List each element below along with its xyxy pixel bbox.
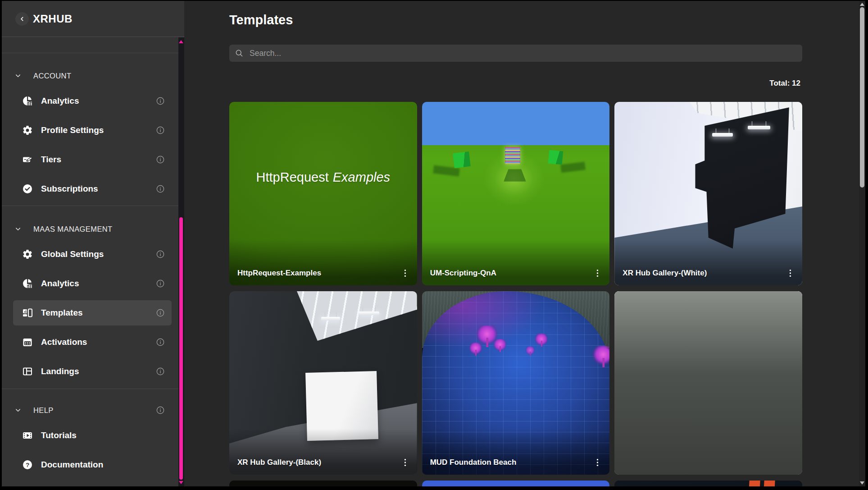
- card-menu-button[interactable]: [401, 457, 410, 468]
- card-label-bar: XR Hub Gallery-(White): [614, 261, 802, 285]
- template-name: MUD Foundation Beach: [430, 458, 517, 467]
- sidebar-item-tiers[interactable]: Tiers: [2, 147, 178, 172]
- question-circle-icon: ?: [22, 459, 33, 470]
- card-edit-icon: [22, 154, 33, 165]
- template-card-httprequest-examples[interactable]: HttpRequestExamplesHttpRequest-Examples: [229, 102, 417, 285]
- scroll-up-arrow[interactable]: [860, 3, 864, 6]
- sidebar-scrollbar[interactable]: [178, 37, 184, 486]
- template-thumbnail: [422, 481, 610, 486]
- video-icon: [22, 430, 33, 441]
- layout-icon: [22, 366, 33, 377]
- sidebar-item-activations[interactable]: Activations: [2, 330, 178, 355]
- page-scrollbar-thumb[interactable]: [860, 7, 864, 188]
- calendar-icon: [22, 337, 33, 348]
- total-count: Total: 12: [769, 79, 800, 88]
- scene-layer: [592, 346, 609, 367]
- divider: [2, 206, 178, 206]
- kebab-icon: [401, 457, 410, 468]
- kebab-icon: [786, 267, 795, 279]
- thumbnail-title: HttpRequestExamples: [229, 169, 417, 184]
- main-content: Templates Total: 12 HttpRequestExamplesH…: [184, 1, 865, 486]
- info-button[interactable]: [156, 155, 165, 164]
- info-icon: [156, 96, 165, 105]
- chevron-left-icon: [18, 15, 26, 23]
- card-menu-button[interactable]: [593, 457, 602, 468]
- template-card-xr-hub-gallery-black[interactable]: XR Hub Gallery-(Black): [229, 291, 417, 475]
- scroll-down-arrow[interactable]: [179, 481, 183, 484]
- template-thumbnail: [614, 291, 802, 475]
- search-bar[interactable]: [229, 45, 802, 62]
- divider: [2, 53, 178, 53]
- info-icon: [156, 308, 165, 317]
- scene-layer: [525, 347, 535, 356]
- info-button[interactable]: [156, 250, 165, 259]
- info-button[interactable]: [156, 279, 165, 288]
- search-icon: [235, 49, 244, 58]
- template-card-partial[interactable]: [614, 481, 802, 486]
- search-input[interactable]: [249, 48, 797, 59]
- section-label: HELP: [33, 406, 54, 415]
- info-button[interactable]: [156, 96, 165, 105]
- app-title: XRHUB: [33, 13, 73, 25]
- scene-layer: [614, 291, 802, 475]
- template-grid: HttpRequestExamplesHttpRequest-ExamplesU…: [229, 102, 802, 486]
- info-button[interactable]: [156, 338, 165, 347]
- kebab-icon: [593, 267, 602, 279]
- scroll-up-arrow[interactable]: [179, 40, 183, 43]
- kebab-icon: [401, 267, 410, 279]
- template-card-mud-foundation-beach[interactable]: MUD Foundation Beach: [422, 291, 610, 475]
- scene-layer: [422, 102, 610, 145]
- page-title: Templates: [229, 13, 293, 27]
- template-thumbnail: [614, 481, 802, 486]
- card-label-bar: HttpRequest-Examples: [229, 261, 417, 285]
- section-header-help[interactable]: HELP: [2, 398, 178, 423]
- section-label: ACCOUNT: [33, 72, 71, 80]
- sidebar-item-analytics[interactable]: Analytics: [2, 271, 178, 296]
- sidebar-item-label: Tiers: [41, 155, 156, 165]
- info-button[interactable]: [156, 406, 165, 415]
- sidebar-item-profile-settings[interactable]: Profile Settings: [2, 118, 178, 143]
- sidebar-item-global-settings[interactable]: Global Settings: [2, 242, 178, 267]
- chevron-down-icon: [14, 225, 22, 233]
- template-card-dminti-empty[interactable]: DMINTI Empty: [614, 291, 802, 475]
- thumbnail-title-regular: HttpRequest: [256, 169, 329, 184]
- scroll-down-arrow[interactable]: [860, 481, 864, 485]
- scene-layer: [748, 126, 770, 129]
- sidebar-item-label: Global Settings: [41, 249, 156, 259]
- scene-layer: [229, 481, 417, 486]
- sidebar-item-templates[interactable]: Templates: [2, 300, 178, 325]
- scene-layer: [359, 311, 379, 315]
- sidebar-scrollbar-thumb[interactable]: [179, 217, 183, 480]
- section-header-account[interactable]: ACCOUNT: [2, 63, 178, 88]
- card-label-bar: UM-Scripting-QnA: [422, 261, 610, 285]
- gear-icon: [22, 125, 33, 136]
- scene-layer: [422, 481, 610, 486]
- card-menu-button[interactable]: [401, 267, 410, 279]
- info-icon: [156, 279, 165, 288]
- sidebar-item-landings[interactable]: Landings: [2, 359, 178, 384]
- sidebar-item-subscriptions[interactable]: Subscriptions: [2, 176, 178, 201]
- sidebar-item-documentation[interactable]: ?Documentation: [2, 452, 178, 477]
- info-icon: [156, 367, 165, 376]
- info-button[interactable]: [156, 184, 165, 193]
- info-button[interactable]: [156, 308, 165, 317]
- info-icon: [156, 126, 165, 135]
- template-card-partial[interactable]: [229, 481, 417, 486]
- page-scrollbar[interactable]: [859, 1, 865, 486]
- card-menu-button[interactable]: [593, 267, 602, 279]
- info-button[interactable]: [156, 367, 165, 376]
- sidebar-item-tutorials[interactable]: Tutorials: [2, 423, 178, 448]
- info-icon: [156, 338, 165, 347]
- sidebar-item-analytics[interactable]: Analytics: [2, 88, 178, 114]
- sidebar-nav: ACCOUNTAnalyticsProfile SettingsTiersSub…: [2, 37, 178, 486]
- section-header-maas-management[interactable]: MAAS MANAGEMENT: [2, 216, 178, 242]
- card-menu-button[interactable]: [786, 267, 795, 279]
- template-card-um-scripting-qna[interactable]: UM-Scripting-QnA: [422, 102, 610, 285]
- sidebar-item-label: Documentation: [41, 460, 165, 470]
- info-button[interactable]: [156, 126, 165, 135]
- template-card-partial[interactable]: [422, 481, 610, 486]
- template-card-xr-hub-gallery-white[interactable]: XR Hub Gallery-(White): [614, 102, 802, 285]
- sidebar-item-label: Tutorials: [41, 430, 165, 440]
- card-label-bar: XR Hub Gallery-(Black): [229, 450, 417, 475]
- back-button[interactable]: [15, 12, 29, 26]
